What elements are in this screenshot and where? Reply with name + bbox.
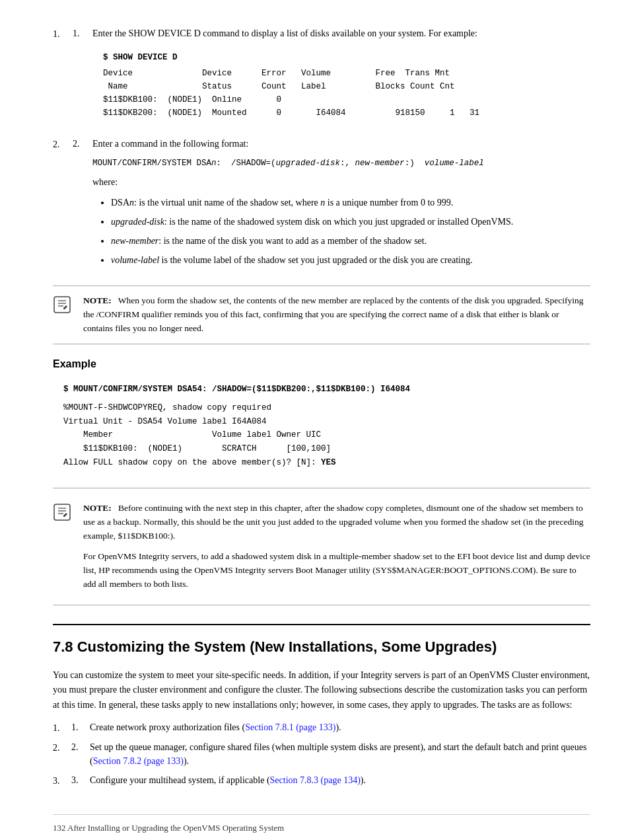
section78-para1: You can customize the system to meet you… <box>53 668 590 712</box>
example-section: Example $ MOUNT/CONFIRM/SYSTEM DSA54: /S… <box>53 356 590 475</box>
step1-intro: Enter the SHOW DEVICE D command to displ… <box>92 28 477 38</box>
example-cmd-block: $ MOUNT/CONFIRM/SYSTEM DSA54: /SHADOW=($… <box>53 377 590 475</box>
sub-item-1: 1. Create network proxy authorization fi… <box>53 720 590 735</box>
step1-command: $ SHOW DEVICE D <box>103 51 590 64</box>
step2-command-format: MOUNT/CONFIRM/SYSTEM DSAn: /SHADOW=(upgr… <box>92 157 590 170</box>
step2-intro: Enter a command in the following format: <box>92 139 248 149</box>
bullet-item-2: upgraded-disk: is the name of the shadow… <box>111 215 590 229</box>
note-icon-1 <box>53 294 74 319</box>
svg-rect-0 <box>54 297 70 313</box>
step-1: 1. Enter the SHOW DEVICE D command to di… <box>53 26 590 125</box>
bullet-item-1: DSAn: is the virtual unit name of the sh… <box>111 196 590 210</box>
link-7-8-1[interactable]: Section 7.8.1 (page 133) <box>245 722 335 732</box>
note-box-2: NOTE: Before continuing with the next st… <box>53 502 590 592</box>
note1-label: NOTE: <box>83 295 112 305</box>
step1-code-block: $ SHOW DEVICE D Device Device Error Volu… <box>92 46 590 125</box>
sub-item-2: 2. Set up the queue manager, configure s… <box>53 740 590 768</box>
step-2: 2. Enter a command in the following form… <box>53 137 590 274</box>
note2-text1: Before continuing with the next step in … <box>83 503 584 541</box>
example-heading: Example <box>53 356 590 372</box>
note2-text2: For OpenVMS Integrity servers, to add a … <box>83 550 590 592</box>
where-text: where: <box>92 175 590 189</box>
link-7-8-3[interactable]: Section 7.8.3 (page 134) <box>270 775 361 785</box>
section78-heading: 7.8 Customizing the System (New Installa… <box>53 624 590 658</box>
section-78: 7.8 Customizing the System (New Installa… <box>53 624 590 788</box>
bullet-item-3: new-member: is the name of the disk you … <box>111 234 590 248</box>
divider-1 <box>53 488 590 488</box>
sub-item-3: 3. Configure your multihead system, if a… <box>53 773 590 788</box>
divider-2 <box>53 605 590 605</box>
link-7-8-2[interactable]: Section 7.8.2 (page 133) <box>93 756 184 766</box>
bullet-item-4: volume-label is the volume label of the … <box>111 253 590 267</box>
footer-text: 132 After Installing or Upgrading the Op… <box>53 823 284 833</box>
note1-text: When you form the shadow set, the conten… <box>83 295 583 333</box>
bullet-list: DSAn: is the virtual unit name of the sh… <box>92 196 590 267</box>
note-box-1: NOTE: When you form the shadow set, the … <box>53 286 590 344</box>
page-content: 1. Enter the SHOW DEVICE D command to di… <box>53 26 590 834</box>
note-icon-2 <box>53 502 74 527</box>
page-footer: 132 After Installing or Upgrading the Op… <box>53 814 590 835</box>
svg-rect-4 <box>54 504 70 520</box>
note2-label: NOTE: <box>83 503 112 513</box>
section78-sub-list: 1. Create network proxy authorization fi… <box>53 720 590 788</box>
